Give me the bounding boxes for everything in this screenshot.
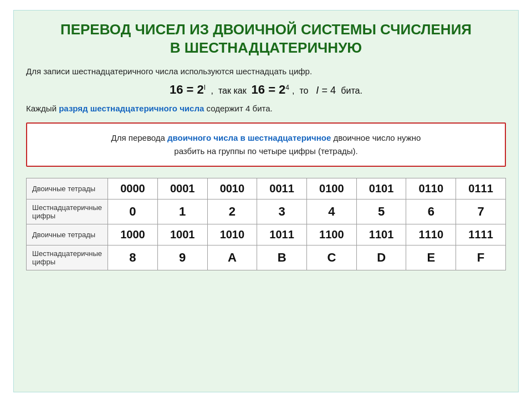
- cell-value: 1110: [406, 224, 456, 245]
- cell-value: 1111: [456, 224, 506, 245]
- table-row: Шестнадцатеричные цифры01234567: [27, 200, 506, 224]
- cell-value: 1010: [207, 224, 257, 245]
- cell-value: 4: [306, 200, 356, 224]
- cell-value: 0: [108, 200, 158, 224]
- cell-value: 0111: [456, 178, 506, 200]
- cell-value: 1000: [108, 224, 158, 245]
- table-row: Двоичные тетрады100010011010101111001101…: [27, 224, 506, 245]
- cell-value: 6: [406, 200, 456, 224]
- page-wrapper: ПЕРЕВОД ЧИСЕЛ ИЗ ДВОИЧНОЙ СИСТЕМЫ СЧИСЛЕ…: [13, 10, 519, 392]
- highlight-box: Для перевода двоичного числа в шестнадца…: [26, 122, 506, 167]
- cell-value: 1: [157, 200, 207, 224]
- cell-value: 1011: [257, 224, 307, 245]
- cell-value: F: [456, 245, 506, 270]
- cell-value: C: [306, 245, 356, 270]
- cell-value: 0000: [108, 178, 158, 200]
- cell-value: D: [356, 245, 406, 270]
- formula-block: 16 = 2I , так как 16 = 24 , то I = 4 бит…: [26, 83, 506, 97]
- title-line2: В ШЕСТНАДЦАТЕРИЧНУЮ: [170, 39, 362, 56]
- cell-value: 1001: [157, 224, 207, 245]
- row-label: Шестнадцатеричные цифры: [27, 245, 108, 270]
- cell-value: 0011: [257, 178, 307, 200]
- cell-value: 9: [157, 245, 207, 270]
- cell-value: 0110: [406, 178, 456, 200]
- conversion-table-section: Двоичные тетрады000000010010001101000101…: [26, 178, 506, 270]
- cell-value: 1101: [356, 224, 406, 245]
- row-label: Двоичные тетрады: [27, 224, 108, 245]
- row-label: Шестнадцатеричные цифры: [27, 200, 108, 224]
- row-label: Двоичные тетрады: [27, 178, 108, 200]
- cell-value: 7: [456, 200, 506, 224]
- table-row: Двоичные тетрады000000010010001101000101…: [27, 178, 506, 200]
- cell-value: 0101: [356, 178, 406, 200]
- cell-value: 8: [108, 245, 158, 270]
- cell-value: E: [406, 245, 456, 270]
- cell-value: 1100: [306, 224, 356, 245]
- table-row: Шестнадцатеричные цифры89ABCDEF: [27, 245, 506, 270]
- title-line1: ПЕРЕВОД ЧИСЕЛ ИЗ ДВОИЧНОЙ СИСТЕМЫ СЧИСЛЕ…: [60, 21, 472, 38]
- intro-line1: Для записи шестнадцатеричного числа испо…: [26, 65, 506, 78]
- cell-value: 2: [207, 200, 257, 224]
- cell-value: A: [207, 245, 257, 270]
- conversion-table: Двоичные тетрады000000010010001101000101…: [26, 178, 506, 270]
- cell-value: 0001: [157, 178, 207, 200]
- page-title: ПЕРЕВОД ЧИСЕЛ ИЗ ДВОИЧНОЙ СИСТЕМЫ СЧИСЛЕ…: [26, 21, 506, 57]
- cell-value: 3: [257, 200, 307, 224]
- cell-value: 5: [356, 200, 406, 224]
- cell-value: 0010: [207, 178, 257, 200]
- cell-value: B: [257, 245, 307, 270]
- cell-value: 0100: [306, 178, 356, 200]
- intro-line2: Каждый разряд шестнадцатеричного числа с…: [26, 103, 506, 115]
